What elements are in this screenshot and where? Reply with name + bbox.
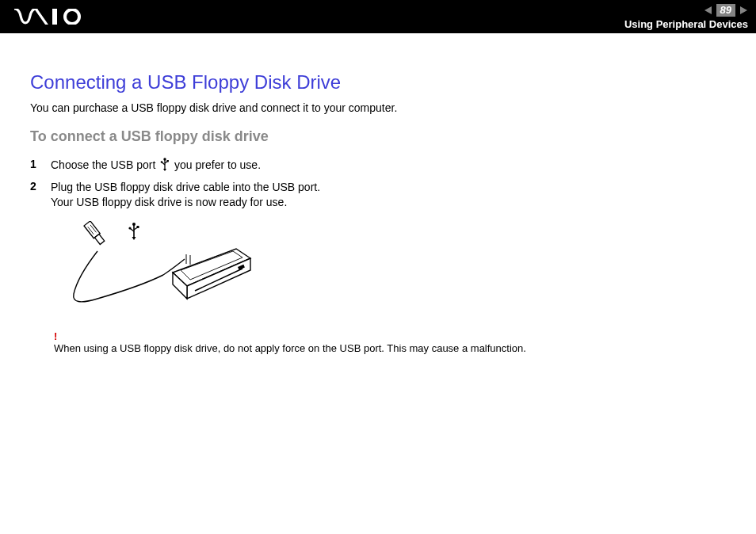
svg-marker-6 [163,169,166,171]
step-text: Plug the USB floppy disk drive cable int… [51,180,320,210]
intro-paragraph: You can purchase a USB floppy disk drive… [30,101,726,114]
step-number: 2 [30,180,40,193]
svg-marker-11 [132,237,136,240]
usb-icon [160,158,170,175]
floppy-drive-illustration [54,221,726,319]
svg-point-1 [65,10,79,24]
page-header: 89 Using Peripheral Devices [0,0,756,33]
list-item: 1 Choose the USB port you prefer to use. [30,158,726,175]
step-text: Choose the USB port you prefer to use. [51,158,261,175]
vaio-logo [14,9,84,25]
prev-page-arrow-icon[interactable] [704,6,713,15]
svg-marker-3 [740,6,747,14]
page-navigator: 89 [704,4,748,17]
page-body: Connecting a USB Floppy Disk Drive You c… [0,33,756,354]
page-title: Connecting a USB Floppy Disk Drive [30,71,726,93]
svg-rect-8 [167,160,169,162]
svg-point-7 [161,161,163,163]
warning-mark-icon: ! [54,330,726,342]
warning-text: When using a USB floppy disk drive, do n… [54,342,726,354]
step-number: 1 [30,158,40,170]
step-text-after: you prefer to use. [171,158,261,171]
svg-marker-2 [704,6,712,14]
section-name: Using Peripheral Devices [624,18,748,30]
warning-note: ! When using a USB floppy disk drive, do… [54,330,726,354]
procedure-subtitle: To connect a USB floppy disk drive [30,128,726,145]
svg-rect-13 [137,226,139,228]
svg-rect-0 [52,9,57,25]
step-text-before: Choose the USB port [51,158,158,171]
step-text-before: Plug the USB floppy disk drive cable int… [51,181,320,208]
step-list: 1 Choose the USB port you prefer to use.… [30,158,726,210]
next-page-arrow-icon[interactable] [739,6,748,15]
list-item: 2 Plug the USB floppy disk drive cable i… [30,180,726,210]
svg-point-12 [128,227,131,229]
page-number: 89 [716,4,735,17]
